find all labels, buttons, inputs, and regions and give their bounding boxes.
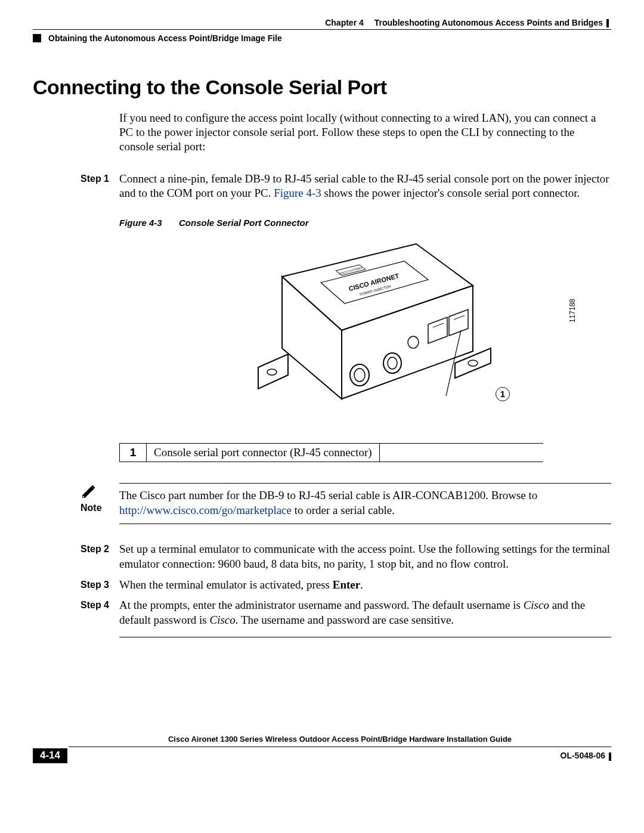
step-label: Step 2 (80, 542, 119, 571)
note-text: The Cisco part number for the DB-9 to RJ… (119, 489, 537, 501)
chapter-number: Chapter 4 (325, 18, 364, 27)
page-title: Connecting to the Console Serial Port (33, 76, 611, 99)
step-body: Connect a nine-pin, female DB-9 to RJ-45… (119, 172, 611, 201)
footer-guide-title: Cisco Aironet 1300 Series Wireless Outdo… (69, 735, 611, 747)
svg-marker-22 (83, 486, 94, 497)
step-label: Step 4 (80, 598, 119, 627)
step-text: . The username and password are case sen… (236, 614, 454, 626)
page-footer: Cisco Aironet 1300 Series Wireless Outdo… (33, 735, 611, 763)
figure-number: Figure 4-3 (119, 218, 179, 228)
intro-paragraph: If you need to configure the access poin… (119, 111, 611, 153)
step-body: At the prompts, enter the administrator … (119, 598, 611, 627)
section-divider (119, 637, 611, 637)
footer-tick-icon (609, 753, 611, 761)
page-number: 4-14 (33, 748, 67, 763)
svg-point-16 (408, 336, 419, 348)
figure-illustration: CISCO AIRONET POWER INJECTOR CISCO SYSTE… (119, 235, 611, 428)
step-2: Step 2 Set up a terminal emulator to com… (80, 542, 611, 571)
note-text: to order a serial cable. (292, 504, 395, 516)
note-block: Note The Cisco part number for the DB-9 … (80, 483, 611, 524)
doc-id: OL-5048-06 (561, 751, 605, 760)
power-injector-drawing-icon: CISCO AIRONET POWER INJECTOR CISCO SYSTE… (225, 235, 506, 426)
default-username: Cisco (524, 599, 549, 611)
step-label: Step 3 (80, 578, 119, 593)
step-1: Step 1 Connect a nine-pin, female DB-9 t… (80, 172, 611, 201)
svg-point-4 (267, 369, 277, 375)
marketplace-link[interactable]: http://www.cisco.com/go/marketplace (119, 504, 292, 516)
enter-key: Enter (333, 578, 360, 591)
legend-num: 1 (120, 443, 147, 462)
default-password: Cisco (209, 614, 235, 626)
legend-pad (379, 443, 543, 462)
step-text: shows the power injector's console seria… (321, 187, 580, 199)
pencil-icon (80, 483, 97, 500)
square-bullet-icon (33, 34, 41, 42)
section-title: Obtaining the Autonomous Access Point/Br… (48, 33, 282, 43)
figure-caption: Figure 4-3Console Serial Port Connector (119, 218, 611, 228)
figure-title: Console Serial Port Connector (179, 218, 309, 228)
callout-number: 1 (496, 387, 510, 401)
step-text: At the prompts, enter the administrator … (119, 599, 524, 611)
svg-point-13 (354, 368, 365, 382)
page-header: Chapter 4Troubleshooting Autonomous Acce… (33, 18, 611, 30)
step-text: . (360, 578, 363, 591)
step-label: Step 1 (80, 172, 119, 201)
step-4: Step 4 At the prompts, enter the adminis… (80, 598, 611, 627)
step-body: Set up a terminal emulator to communicat… (119, 542, 611, 571)
note-body: The Cisco part number for the DB-9 to RJ… (119, 483, 611, 524)
svg-point-15 (388, 357, 397, 369)
note-label: Note (80, 502, 102, 515)
figure-legend-table: 1 Console serial port connector (RJ-45 c… (119, 443, 543, 462)
figure-ref-link[interactable]: Figure 4-3 (274, 187, 321, 199)
drawing-id: 117188 (568, 299, 577, 323)
header-tick-icon (606, 19, 609, 27)
chapter-title: Troubleshooting Autonomous Access Points… (374, 18, 603, 27)
step-3: Step 3 When the terminal emulator is act… (80, 578, 611, 593)
step-body: When the terminal emulator is activated,… (119, 578, 611, 593)
section-header: Obtaining the Autonomous Access Point/Br… (33, 33, 611, 43)
step-text: When the terminal emulator is activated,… (119, 578, 333, 591)
svg-point-6 (468, 360, 478, 366)
legend-text: Console serial port connector (RJ-45 con… (147, 443, 380, 462)
